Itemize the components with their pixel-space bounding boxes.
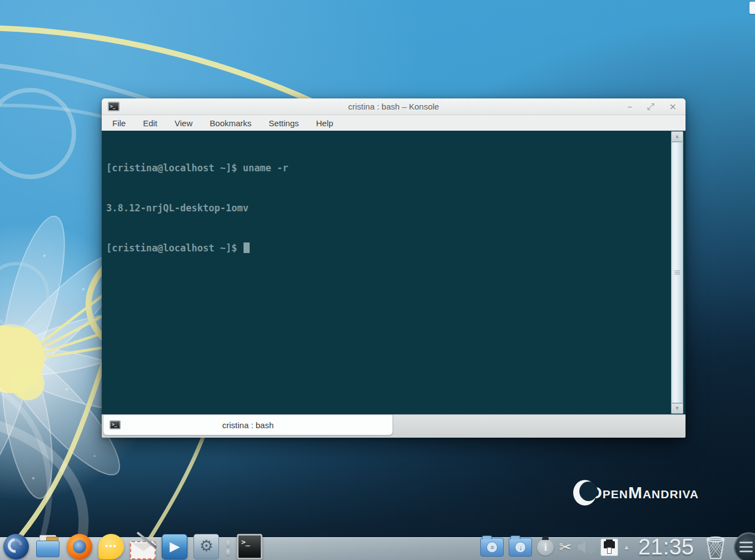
tray-expander-icon[interactable]: ▲ (623, 543, 630, 551)
openmandriva-logo-text: OpenMandriva (589, 483, 699, 502)
print-manager-icon[interactable] (600, 538, 618, 556)
email-client-icon[interactable] (130, 541, 156, 559)
window-controls: – ⤢ × (628, 98, 677, 115)
file-manager-icon[interactable] (35, 534, 61, 559)
menu-view[interactable]: View (175, 118, 192, 128)
terminal-output: [cristina@localhost ~]$ uname -r 3.8.12-… (102, 131, 671, 414)
menu-edit[interactable]: Edit (143, 118, 157, 128)
menu-settings[interactable]: Settings (269, 118, 299, 128)
terminal-line-3: [cristina@localhost ~]$ (106, 241, 671, 255)
system-tray: ≡ ↓ i ✂ ▲ 21:35 (480, 534, 755, 560)
tab-label: cristina : bash (121, 420, 375, 430)
scrollbar-down-icon[interactable]: ▼ (671, 403, 683, 414)
menu-help[interactable]: Help (316, 118, 334, 128)
tab-terminal-icon: >_ (110, 420, 121, 429)
notifications-icon[interactable]: i (537, 539, 554, 556)
media-player-icon[interactable]: ▶ (162, 534, 187, 559)
menu-file[interactable]: File (112, 118, 126, 128)
panel-separator (226, 538, 230, 557)
terminal-line-2: 3.8.12-nrjQL-desktop-1omv (106, 201, 671, 215)
window-titlebar[interactable]: >_ cristina : bash – Konsole – ⤢ × (102, 98, 686, 115)
taskbar-panel: ••• ▶ ⚙ >_ ≡ ↓ i ✂ ▲ 21:35 (0, 537, 755, 560)
scrollbar-up-icon[interactable]: ▲ (671, 131, 683, 142)
tab-bar: >_ cristina : bash (102, 414, 686, 438)
desktop-toolbox-mark[interactable] (749, 2, 755, 14)
app-launcher-icon[interactable] (3, 534, 29, 559)
menu-bookmarks[interactable]: Bookmarks (210, 118, 251, 128)
downloads-folder-icon[interactable]: ↓ (509, 538, 532, 557)
close-button[interactable]: × (669, 102, 677, 111)
terminal-line-1: [cristina@localhost ~]$ uname -r (106, 161, 671, 175)
scrollbar-thumb[interactable] (671, 142, 683, 403)
volume-icon[interactable] (577, 539, 595, 556)
scrollbar-grip (674, 270, 680, 276)
konsole-launcher-icon[interactable]: >_ (237, 534, 262, 559)
launcher-group: ••• ▶ ⚙ >_ (3, 534, 262, 559)
maximize-button[interactable]: ⤢ (647, 102, 654, 111)
konsole-window: >_ cristina : bash – Konsole – ⤢ × File … (102, 98, 686, 438)
terminal-cursor (244, 242, 250, 253)
terminal-area[interactable]: [cristina@localhost ~]$ uname -r 3.8.12-… (102, 131, 686, 414)
openmandriva-logo: OpenMandriva (573, 480, 699, 506)
menu-bar: File Edit View Bookmarks Settings Help (102, 115, 686, 131)
digital-clock[interactable]: 21:35 (638, 536, 694, 558)
trash-icon[interactable] (703, 534, 728, 560)
minimize-button[interactable]: – (628, 102, 632, 111)
window-title: cristina : bash – Konsole (102, 102, 686, 111)
terminal-scrollbar[interactable]: ▲ ▼ (671, 131, 683, 414)
instant-messenger-icon[interactable]: ••• (98, 534, 124, 559)
desktop: OpenMandriva >_ cristina : bash – Konsol… (0, 0, 755, 560)
tab-cristina-bash[interactable]: >_ cristina : bash (103, 415, 393, 435)
system-settings-icon[interactable]: ⚙ (193, 534, 219, 559)
clipboard-manager-icon[interactable]: ✂ (559, 538, 572, 556)
firefox-icon[interactable] (67, 534, 92, 559)
documents-folder-icon[interactable]: ≡ (480, 538, 504, 557)
panel-cashew-icon[interactable] (734, 532, 755, 560)
